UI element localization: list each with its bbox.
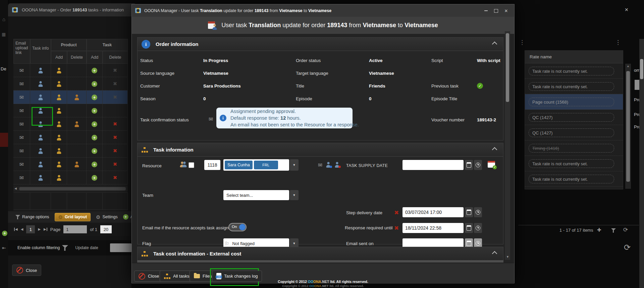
task-info-icon[interactable] — [38, 148, 43, 154]
task-delete-icon[interactable]: ✖ — [113, 134, 117, 140]
update-date-input[interactable] — [110, 243, 131, 252]
column-header-task-info[interactable]: Task info — [30, 39, 51, 64]
table-row[interactable]: ✉+✖ — [13, 64, 128, 77]
column-header-rate-name[interactable]: Rate name — [525, 51, 623, 63]
table-row[interactable]: ✉+ — [13, 104, 128, 117]
product-add-icon[interactable] — [57, 135, 61, 140]
funnel-icon[interactable] — [62, 245, 68, 251]
outer-scrollbar[interactable] — [639, 39, 644, 288]
rate-row[interactable]: Page count (1568) — [525, 94, 623, 110]
task-info-icon[interactable] — [38, 81, 43, 87]
table-row[interactable]: ✉+✖ — [13, 77, 128, 91]
column-header-product-add[interactable]: Add — [51, 51, 67, 64]
move-icon[interactable]: ✚ — [597, 227, 601, 232]
email-upload-link-icon[interactable]: ✉ — [19, 175, 24, 181]
email-me-toggle[interactable]: On — [228, 223, 247, 231]
task-add-icon[interactable]: + — [92, 121, 97, 127]
rate-row[interactable]: Task rate is not currently set. — [525, 63, 623, 79]
close-button-background-window[interactable]: ✕ — [625, 7, 629, 12]
envelope-icon[interactable]: ✉ — [318, 163, 322, 168]
task-info-icon[interactable] — [38, 135, 43, 140]
close-icon[interactable]: ✕ — [502, 7, 510, 14]
last-page-button[interactable]: ▶ — [44, 228, 47, 231]
email-upload-link-icon[interactable]: ✉ — [19, 67, 24, 74]
product-add-icon[interactable] — [57, 175, 61, 181]
column-header-task-add[interactable]: Add — [87, 51, 103, 64]
task-add-icon[interactable]: + — [92, 162, 97, 167]
column-header-email-upload-link[interactable]: Email upload link — [13, 39, 30, 64]
rate-row[interactable]: Task rate is not currently set. — [525, 187, 623, 189]
prev-page-button[interactable]: ◀ — [21, 228, 23, 231]
resource-id-input[interactable]: 1118 — [204, 160, 220, 170]
table-row[interactable]: ✉+✖ — [13, 91, 128, 104]
scroll-down-icon[interactable]: ▼ — [506, 255, 509, 258]
clock-icon[interactable] — [474, 223, 482, 233]
scrollbar-thumb[interactable] — [506, 33, 509, 102]
table-row[interactable]: ✉+✖ — [13, 117, 128, 131]
current-page-button[interactable]: 1 — [26, 225, 35, 233]
task-add-icon[interactable]: + — [92, 81, 97, 87]
table-row[interactable]: ✉+✖ — [13, 144, 128, 158]
task-info-icon[interactable] — [38, 175, 43, 181]
task-info-icon[interactable] — [38, 95, 43, 100]
task-add-icon[interactable]: + — [92, 135, 97, 140]
team-combo[interactable]: Select team... — [223, 190, 289, 200]
resource-code-chip[interactable]: FRL — [254, 161, 278, 169]
task-add-icon[interactable]: + — [92, 148, 97, 154]
clock-icon[interactable] — [474, 207, 482, 217]
task-delete-icon[interactable]: ✖ — [113, 175, 117, 181]
rate-row[interactable]: Task rate is not currently set. — [525, 79, 623, 94]
scroll-up-icon[interactable]: ▲ — [627, 65, 630, 68]
clear-date-icon[interactable]: ✖ — [394, 225, 399, 232]
calendar-icon[interactable] — [465, 223, 473, 233]
resource-remove-icon[interactable] — [335, 162, 340, 168]
home-icon[interactable]: ⌂ — [2, 17, 5, 22]
email-upload-link-icon[interactable]: ✉ — [19, 161, 24, 168]
email-upload-link-icon[interactable]: ✉ — [19, 81, 24, 87]
email-upload-link-icon[interactable]: ✉ — [19, 148, 24, 154]
rate-row[interactable]: Timing (1416) — [525, 140, 623, 156]
task-add-icon[interactable]: + — [92, 175, 97, 181]
table-row[interactable]: ✉+✖ — [13, 158, 128, 171]
maximize-button[interactable] — [492, 7, 500, 14]
email-upload-link-icon[interactable]: ✉ — [19, 108, 24, 114]
email-upload-link-icon[interactable]: ✉ — [19, 134, 24, 141]
rate-row[interactable]: Task rate is not currently set. — [525, 171, 623, 187]
task-add-icon[interactable]: + — [92, 95, 97, 100]
resource-checkbox[interactable] — [189, 162, 194, 168]
chevron-up-icon[interactable] — [492, 251, 497, 256]
table-row[interactable]: ✉+✖ — [13, 131, 128, 144]
resource-name-chip[interactable]: Sara Cunha — [225, 161, 253, 169]
calendar-icon[interactable] — [465, 160, 473, 170]
rate-row[interactable]: QC (1427) — [525, 125, 623, 140]
task-information-header[interactable]: Task information — [138, 143, 503, 157]
task-cost-header[interactable]: Task cost information - External cost — [138, 247, 503, 261]
dialog-titlebar[interactable]: OOONA Manager - User task Translation up… — [132, 4, 514, 17]
scrollbar-thumb[interactable] — [626, 71, 630, 182]
product-delete-icon[interactable] — [74, 162, 79, 167]
column-menu-icon[interactable]: ⋮ — [615, 40, 621, 45]
table-row[interactable]: ✉+✖ — [13, 171, 128, 184]
product-add-icon[interactable] — [57, 162, 61, 167]
close-button-background[interactable]: Close — [12, 265, 41, 276]
window-tab-order-tasks[interactable]: OOONA Manager - Order 189143 tasks - inf… — [8, 3, 136, 16]
product-add-icon[interactable] — [57, 81, 61, 87]
product-add-icon[interactable] — [57, 95, 61, 100]
grid-horizontal-scrollbar[interactable]: ◀ — [13, 186, 128, 191]
product-delete-icon[interactable] — [74, 121, 79, 127]
product-add-icon[interactable] — [57, 148, 61, 154]
rate-row[interactable]: Task rate is not currently set. — [525, 156, 623, 171]
task-supply-date-input[interactable] — [402, 160, 464, 170]
task-delete-icon[interactable]: ✖ — [113, 121, 117, 127]
first-page-button[interactable]: ◀ — [14, 228, 18, 231]
clock-icon[interactable] — [474, 160, 482, 170]
task-delete-icon[interactable]: ✖ — [113, 81, 117, 87]
task-add-icon[interactable]: + — [92, 68, 97, 73]
order-information-header[interactable]: i Order information — [138, 38, 503, 51]
column-menu-icon[interactable]: ⋮ — [519, 40, 525, 45]
grid-layout-button[interactable]: ⚙Grid layout — [55, 213, 91, 221]
column-group-task[interactable]: Task — [87, 39, 128, 51]
task-delete-icon[interactable]: ✖ — [113, 67, 117, 73]
scroll-left-icon[interactable]: ◀ — [14, 187, 17, 190]
task-delete-icon[interactable]: ✖ — [113, 161, 117, 167]
